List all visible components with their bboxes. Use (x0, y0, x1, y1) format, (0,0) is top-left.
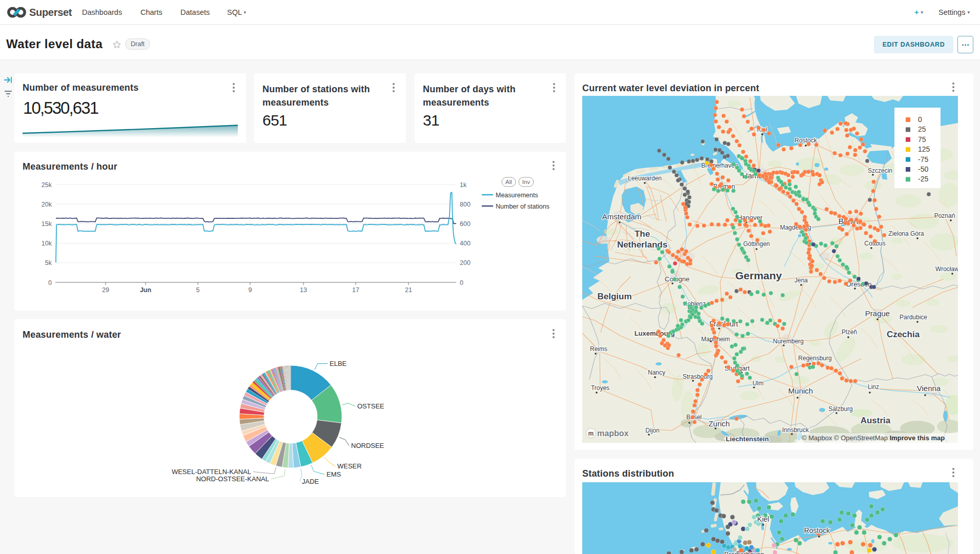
svg-text:21: 21 (405, 286, 412, 294)
svg-text:The: The (635, 229, 650, 239)
svg-text:OSTSEE: OSTSEE (357, 402, 384, 410)
svg-text:Salzburg: Salzburg (828, 405, 852, 413)
svg-text:Amsterdam: Amsterdam (602, 212, 642, 221)
svg-text:Regensburg: Regensburg (798, 355, 831, 362)
svg-text:0: 0 (918, 115, 922, 124)
svg-text:Vienna: Vienna (917, 384, 941, 393)
svg-text:400: 400 (460, 240, 471, 247)
svg-text:WESEL-DATTELN-KANAL: WESEL-DATTELN-KANAL (172, 468, 251, 476)
svg-text:© Mapbox © OpenStreetMap Impro: © Mapbox © OpenStreetMap Improve this ma… (802, 434, 945, 442)
svg-text:WESER: WESER (337, 462, 362, 470)
svg-text:Troyes: Troyes (591, 384, 609, 392)
svg-text:All: All (505, 179, 512, 185)
svg-text:EMS: EMS (326, 470, 341, 478)
svg-text:Bremerhaven: Bremerhaven (724, 550, 764, 554)
svg-text:Germany: Germany (735, 270, 782, 281)
svg-text:29: 29 (102, 286, 109, 294)
svg-text:5k: 5k (45, 259, 52, 266)
svg-text:-25: -25 (918, 175, 928, 183)
svg-text:Prague: Prague (865, 309, 890, 318)
svg-text:Czechia: Czechia (887, 330, 920, 339)
svg-text:Zielona Góra: Zielona Góra (888, 230, 924, 237)
svg-text:5: 5 (196, 286, 200, 294)
svg-text:13: 13 (300, 286, 307, 294)
svg-text:Wrocław: Wrocław (935, 265, 958, 273)
svg-text:25: 25 (918, 125, 926, 133)
svg-text:75: 75 (918, 135, 926, 143)
svg-text:Jena: Jena (794, 277, 808, 284)
svg-text:Poznań: Poznań (934, 212, 955, 219)
svg-text:Linz: Linz (868, 383, 879, 391)
svg-text:NORDSEE: NORDSEE (351, 442, 384, 449)
svg-text:Measurements: Measurements (496, 192, 538, 199)
svg-text:mapbox: mapbox (597, 429, 628, 438)
svg-text:Reims: Reims (590, 345, 607, 353)
svg-text:25k: 25k (42, 181, 52, 189)
svg-text:Kiel: Kiel (757, 515, 769, 523)
svg-text:Munich: Munich (788, 386, 813, 395)
svg-text:125: 125 (918, 145, 930, 153)
svg-text:Szczecin: Szczecin (868, 167, 892, 174)
svg-text:10k: 10k (42, 240, 52, 247)
svg-text:Nancy: Nancy (648, 369, 665, 376)
svg-text:m: m (588, 430, 594, 437)
svg-text:ELBE: ELBE (330, 360, 347, 367)
svg-text:-75: -75 (918, 155, 928, 163)
svg-text:Number of stations: Number of stations (496, 203, 549, 210)
svg-text:Cologne: Cologne (665, 275, 689, 283)
svg-text:17: 17 (352, 286, 359, 294)
svg-text:Austria: Austria (861, 416, 891, 425)
svg-text:20k: 20k (42, 201, 52, 208)
svg-text:Nuremberg: Nuremberg (773, 338, 804, 345)
svg-text:Innsbruck: Innsbruck (782, 426, 809, 434)
svg-text:Rostock: Rostock (804, 526, 831, 535)
svg-text:Liechtenstein: Liechtenstein (726, 435, 769, 443)
svg-text:Leeuwarden: Leeuwarden (628, 175, 662, 182)
svg-text:0: 0 (460, 279, 463, 286)
svg-text:Pardubice: Pardubice (900, 314, 927, 321)
svg-text:Rostock: Rostock (794, 137, 817, 144)
svg-text:15k: 15k (42, 220, 52, 228)
svg-text:Strasbourg: Strasbourg (683, 373, 713, 380)
svg-text:800: 800 (460, 201, 471, 208)
svg-text:Inv: Inv (522, 179, 530, 185)
svg-text:Superset: Superset (29, 7, 72, 18)
svg-text:Belgium: Belgium (597, 292, 631, 301)
svg-text:Ulm: Ulm (752, 380, 763, 387)
svg-text:9: 9 (249, 286, 252, 294)
svg-text:600: 600 (460, 220, 471, 228)
svg-text:-50: -50 (918, 165, 928, 173)
svg-text:JADE: JADE (302, 478, 319, 485)
svg-text:NORD-OSTSEE-KANAL: NORD-OSTSEE-KANAL (196, 475, 269, 483)
svg-text:0: 0 (48, 279, 52, 286)
svg-text:200: 200 (460, 259, 471, 266)
svg-text:Dijon: Dijon (645, 427, 659, 434)
svg-text:1k: 1k (460, 181, 467, 189)
svg-text:Zurich: Zurich (708, 419, 730, 428)
svg-text:Jun: Jun (140, 286, 151, 294)
svg-text:Plzeň: Plzeň (842, 329, 857, 336)
